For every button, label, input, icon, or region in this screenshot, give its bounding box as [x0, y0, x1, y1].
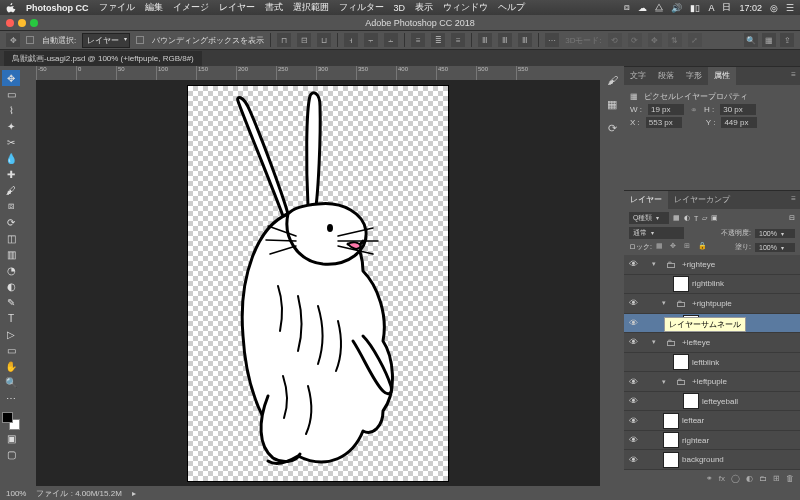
disclosure-icon[interactable]: ▾ [652, 260, 660, 268]
layer-thumbnail[interactable] [663, 413, 679, 429]
layer-filter-kind[interactable]: Q種類 [629, 212, 669, 224]
swatches-panel-icon[interactable]: ▦ [604, 96, 620, 112]
layer-name[interactable]: leftblink [692, 358, 719, 367]
layer-row[interactable]: leftblink [624, 353, 800, 373]
lasso-tool[interactable]: ⌇ [2, 102, 20, 118]
tab-glyphs[interactable]: 字形 [680, 67, 708, 85]
quickmask-tool[interactable]: ▣ [2, 430, 20, 446]
layer-row[interactable]: 👁▾🗀+lefteye [624, 333, 800, 353]
align-bottom-icon[interactable]: ⊔ [317, 33, 331, 47]
cloud-icon[interactable]: ☁ [638, 3, 647, 13]
stamp-tool[interactable]: ⧇ [2, 198, 20, 214]
tab-layercomps[interactable]: レイヤーカンプ [668, 191, 736, 209]
layer-row[interactable]: 👁background [624, 450, 800, 470]
minimize-icon[interactable] [18, 19, 26, 27]
visibility-icon[interactable]: 👁 [624, 337, 642, 347]
layer-thumbnail[interactable] [683, 393, 699, 409]
disclosure-icon[interactable]: ▾ [662, 378, 670, 386]
layer-row[interactable]: rightblink [624, 275, 800, 295]
menu-3d[interactable]: 3D [394, 3, 406, 13]
layer-row[interactable]: 👁leftear [624, 411, 800, 431]
new-layer-icon[interactable]: ⊞ [773, 474, 780, 483]
link-layers-icon[interactable]: ⚭ [706, 474, 713, 483]
panel-menu-icon[interactable]: ≡ [787, 191, 800, 209]
layer-name[interactable]: +rightpuple [692, 299, 732, 308]
filter-type-icon[interactable]: T [694, 215, 698, 222]
lock-pixels-icon[interactable]: ▦ [656, 242, 666, 252]
link-icon[interactable]: ⚭ [690, 105, 698, 115]
layer-name[interactable]: leftear [682, 416, 704, 425]
auto-select-checkbox[interactable] [26, 36, 34, 44]
menu-window[interactable]: ウィンドウ [443, 1, 488, 14]
dist-left-icon[interactable]: Ⅲ [478, 33, 492, 47]
dist-bottom-icon[interactable]: ≡ [451, 33, 465, 47]
filter-pixel-icon[interactable]: ▦ [673, 214, 680, 222]
layer-thumbnail[interactable] [663, 432, 679, 448]
pen-tool[interactable]: ✎ [2, 294, 20, 310]
move-tool[interactable]: ✥ [2, 70, 20, 86]
lock-all-icon[interactable]: 🔒 [698, 242, 708, 252]
dist-v-icon[interactable]: ≣ [431, 33, 445, 47]
layer-row[interactable]: 👁▾🗀+rightpuple [624, 294, 800, 314]
zoom-tool[interactable]: 🔍 [2, 374, 20, 390]
auto-select-dropdown[interactable]: レイヤー [82, 33, 130, 48]
color-swatches[interactable] [2, 412, 20, 430]
layer-row[interactable]: 👁lefteyeball [624, 392, 800, 412]
layer-row[interactable]: 👁▾🗀+righteye [624, 255, 800, 275]
visibility-icon[interactable]: 👁 [624, 416, 642, 426]
artboard[interactable] [188, 86, 448, 481]
blur-tool[interactable]: ◔ [2, 262, 20, 278]
panel-menu-icon[interactable]: ≡ [787, 67, 800, 85]
ime-icon[interactable]: A [708, 3, 714, 13]
filter-smart-icon[interactable]: ▣ [711, 214, 718, 222]
filter-adjust-icon[interactable]: ◐ [684, 214, 690, 222]
more-icon[interactable]: ⋯ [545, 33, 559, 47]
align-left-icon[interactable]: ⫞ [344, 33, 358, 47]
path-tool[interactable]: ▷ [2, 326, 20, 342]
visibility-icon[interactable]: 👁 [624, 435, 642, 445]
history-panel-icon[interactable]: ⟳ [604, 120, 620, 136]
tab-properties[interactable]: 属性 [708, 67, 736, 85]
shape-tool[interactable]: ▭ [2, 342, 20, 358]
adjustment-icon[interactable]: ◐ [746, 474, 753, 483]
y-field[interactable]: 449 px [721, 117, 757, 128]
filter-toggle[interactable]: ⊟ [789, 214, 795, 222]
spotlight-icon[interactable]: ◎ [770, 3, 778, 13]
eyedropper-tool[interactable]: 💧 [2, 150, 20, 166]
doc-info-chevron-icon[interactable]: ▸ [132, 489, 136, 498]
layer-row[interactable]: 👁rightear [624, 431, 800, 451]
align-top-icon[interactable]: ⊓ [277, 33, 291, 47]
w-field[interactable]: 19 px [648, 104, 684, 115]
bbox-checkbox[interactable] [136, 36, 144, 44]
search-icon[interactable]: 🔍 [744, 33, 758, 47]
layer-thumbnail[interactable] [673, 354, 689, 370]
ruler-corner[interactable] [22, 66, 36, 80]
zoom-icon[interactable] [30, 19, 38, 27]
layer-name[interactable]: rightblink [692, 279, 724, 288]
layer-name[interactable]: background [682, 455, 724, 464]
dist-right-icon[interactable]: Ⅲ [518, 33, 532, 47]
layer-thumbnail[interactable] [673, 276, 689, 292]
menu-image[interactable]: イメージ [173, 1, 209, 14]
layer-row[interactable]: 👁▾🗀+leftpuple [624, 372, 800, 392]
mask-icon[interactable]: ◯ [731, 474, 740, 483]
eraser-tool[interactable]: ◫ [2, 230, 20, 246]
canvas-area[interactable]: -50050100150200250300350400450500550 [22, 66, 600, 486]
document-tab[interactable]: 鳥獣戯画-usagi2.psd @ 100% (+leftpuple, RGB/… [4, 51, 202, 66]
menu-type[interactable]: 書式 [265, 1, 283, 14]
marquee-tool[interactable]: ▭ [2, 86, 20, 102]
layer-row[interactable]: 👁レイヤーサムネール [624, 314, 800, 334]
fill-field[interactable]: 100% [755, 243, 795, 252]
dropbox-icon[interactable]: ⧈ [624, 2, 630, 13]
close-icon[interactable] [6, 19, 14, 27]
edit-toolbar[interactable]: ⋯ [2, 390, 20, 406]
dist-top-icon[interactable]: ≡ [411, 33, 425, 47]
dodge-tool[interactable]: ◐ [2, 278, 20, 294]
menu-view[interactable]: 表示 [415, 1, 433, 14]
wand-tool[interactable]: ✦ [2, 118, 20, 134]
share-icon[interactable]: ⇪ [780, 33, 794, 47]
notification-icon[interactable]: ☰ [786, 3, 794, 13]
menu-edit[interactable]: 編集 [145, 1, 163, 14]
tab-layers[interactable]: レイヤー [624, 191, 668, 209]
hand-tool[interactable]: ✋ [2, 358, 20, 374]
